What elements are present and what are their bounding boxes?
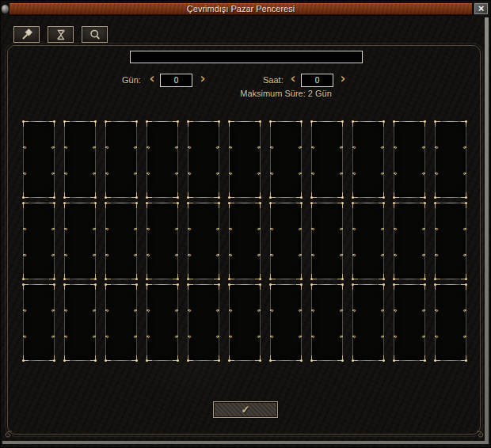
- hammer-button[interactable]: [13, 25, 40, 44]
- slot-corner-ornament: [49, 274, 55, 279]
- slot-chevron-ornament: [376, 225, 383, 233]
- slot-chevron-ornament: [230, 143, 237, 151]
- slot-corner-ornament: [337, 355, 343, 361]
- item-slot[interactable]: [64, 203, 96, 279]
- item-slot[interactable]: [147, 203, 178, 279]
- item-slot[interactable]: [64, 121, 96, 198]
- slot-chevron-ornament: [188, 143, 196, 151]
- item-slot[interactable]: [229, 121, 261, 198]
- close-button[interactable]: ×: [474, 2, 489, 15]
- slot-corner-ornament: [147, 355, 152, 361]
- day-label: Gün:: [122, 75, 141, 85]
- item-slot[interactable]: [270, 121, 302, 198]
- item-slot[interactable]: [188, 121, 219, 198]
- item-slot[interactable]: [23, 203, 55, 279]
- item-slot[interactable]: [64, 284, 96, 361]
- slot-corner-ornament: [147, 192, 152, 198]
- slot-corner-ornament: [23, 355, 29, 361]
- titlebar[interactable]: Çevrimdışı Pazar Penceresi: [9, 2, 473, 16]
- slot-corner-ornament: [90, 203, 96, 208]
- slot-corner-ornament: [337, 274, 343, 279]
- slot-corner-ornament: [90, 192, 96, 198]
- item-slot[interactable]: [229, 203, 261, 279]
- hourglass-button[interactable]: [47, 25, 74, 44]
- item-slot[interactable]: [105, 284, 137, 361]
- item-slot[interactable]: [270, 203, 302, 279]
- slot-chevron-ornament: [129, 306, 136, 314]
- slot-corner-ornament: [337, 121, 343, 127]
- slot-top-highlight: [111, 203, 131, 203]
- slot-chevron-ornament: [394, 225, 402, 233]
- hour-value-input[interactable]: [301, 74, 333, 87]
- search-button[interactable]: [81, 25, 108, 44]
- item-slot[interactable]: [394, 203, 425, 279]
- slot-corner-ornament: [90, 121, 96, 127]
- item-slot[interactable]: [188, 284, 219, 361]
- hour-decrement-button[interactable]: ‹: [287, 71, 299, 87]
- close-icon: ×: [478, 2, 485, 14]
- item-slot[interactable]: [147, 284, 178, 361]
- slot-corner-ornament: [352, 274, 358, 279]
- day-increment-button[interactable]: ›: [197, 71, 208, 87]
- item-slot[interactable]: [352, 121, 384, 198]
- item-slot[interactable]: [188, 203, 219, 279]
- slot-corner-ornament: [131, 203, 137, 208]
- slot-chevron-ornament: [88, 332, 95, 340]
- slot-corner-ornament: [296, 203, 302, 208]
- slot-bottom-highlight: [358, 360, 379, 361]
- item-slot[interactable]: [105, 121, 137, 198]
- hour-increment-button[interactable]: ›: [337, 71, 348, 87]
- slot-chevron-ornament: [436, 169, 443, 177]
- slot-chevron-ornament: [147, 306, 154, 314]
- slot-corner-ornament: [311, 284, 317, 290]
- slot-corner-ornament: [461, 284, 466, 290]
- item-slot[interactable]: [311, 284, 343, 361]
- slot-corner-ornament: [394, 203, 399, 208]
- item-slot[interactable]: [394, 121, 425, 198]
- slot-corner-ornament: [188, 121, 193, 127]
- item-slot[interactable]: [147, 121, 178, 198]
- item-slot[interactable]: [394, 284, 425, 361]
- day-value-input[interactable]: [160, 74, 192, 87]
- slot-chevron-ornament: [106, 251, 113, 259]
- slot-top-highlight: [193, 203, 214, 203]
- item-slot[interactable]: [23, 284, 55, 361]
- slot-chevron-ornament: [417, 251, 424, 259]
- item-slot[interactable]: [229, 284, 261, 361]
- shop-title-input[interactable]: [130, 51, 363, 63]
- slot-corner-ornament: [420, 203, 425, 208]
- item-slot[interactable]: [311, 121, 343, 198]
- slot-top-highlight: [399, 284, 420, 285]
- slot-corner-ornament: [173, 284, 178, 290]
- slot-chevron-ornament: [335, 225, 342, 233]
- day-decrement-button[interactable]: ‹: [147, 71, 158, 87]
- search-icon: [89, 28, 101, 41]
- slot-chevron-ornament: [147, 169, 154, 177]
- slot-corner-ornament: [49, 203, 55, 208]
- slot-corner-ornament: [296, 121, 302, 127]
- slot-corner-ornament: [311, 203, 317, 208]
- item-slot[interactable]: [435, 203, 466, 279]
- slot-corner-ornament: [420, 355, 425, 361]
- confirm-button[interactable]: ✓: [213, 401, 278, 418]
- slot-chevron-ornament: [47, 225, 54, 233]
- offline-market-window: Çevrimdışı Pazar Penceresi ×: [0, 0, 491, 448]
- item-slot[interactable]: [23, 121, 55, 198]
- slot-chevron-ornament: [88, 225, 95, 233]
- item-slot[interactable]: [270, 284, 302, 361]
- slot-corner-ornament: [296, 284, 302, 290]
- item-slot[interactable]: [435, 121, 466, 198]
- item-slot[interactable]: [352, 284, 384, 361]
- item-slot[interactable]: [435, 284, 466, 361]
- item-slot[interactable]: [311, 203, 343, 279]
- slot-corner-ornament: [311, 274, 317, 279]
- slot-chevron-ornament: [211, 306, 219, 314]
- slot-corner-ornament: [435, 355, 440, 361]
- item-slot[interactable]: [105, 203, 137, 279]
- slot-chevron-ornament: [65, 143, 72, 151]
- slot-chevron-ornament: [129, 143, 136, 151]
- slot-chevron-ornament: [253, 251, 260, 259]
- item-slot[interactable]: [352, 203, 384, 279]
- slot-top-highlight: [276, 203, 296, 203]
- slot-top-highlight: [29, 284, 49, 285]
